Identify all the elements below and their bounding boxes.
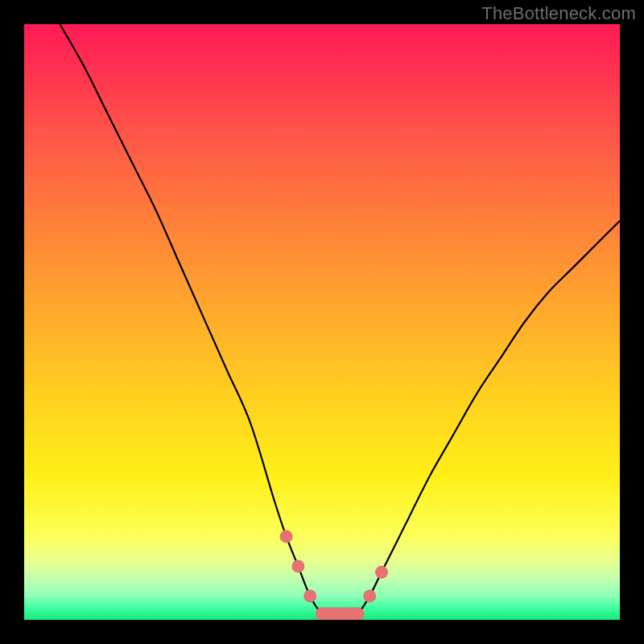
watermark-text: TheBottleneck.com [481,3,636,24]
fit-marker [375,566,388,579]
marker-group [280,530,388,620]
plot-area [24,24,620,620]
fit-marker [291,559,304,572]
fit-marker [303,589,316,602]
chart-frame: TheBottleneck.com [0,0,644,644]
curve-svg [24,24,620,620]
bottleneck-curve [60,24,620,620]
bottleneck-curve-path [60,24,620,620]
fit-marker [280,530,293,543]
fit-marker [363,589,376,602]
